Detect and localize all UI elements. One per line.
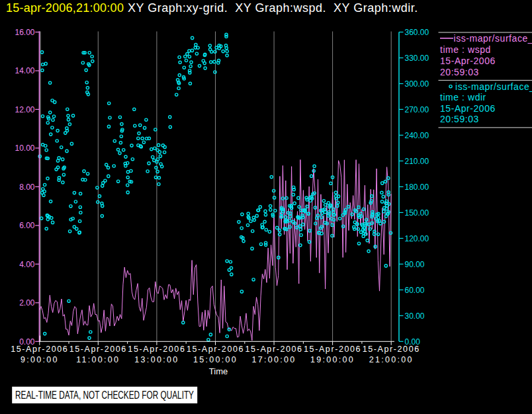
svg-text:14.00: 14.00 xyxy=(15,66,34,75)
svg-text:15-Apr-2006: 15-Apr-2006 xyxy=(128,345,185,354)
svg-text:90.00: 90.00 xyxy=(405,260,425,269)
svg-text:15-Apr-2006: 15-Apr-2006 xyxy=(304,345,361,354)
svg-text:8.00: 8.00 xyxy=(19,183,35,192)
svg-text:4.00: 4.00 xyxy=(19,260,35,269)
svg-text:12.00: 12.00 xyxy=(15,105,34,114)
svg-text:19:00:00: 19:00:00 xyxy=(310,355,355,364)
svg-text:210.00: 210.00 xyxy=(405,157,429,166)
svg-text:16.00: 16.00 xyxy=(15,28,34,37)
svg-text:9:00:00: 9:00:00 xyxy=(21,355,59,364)
svg-text:60.00: 60.00 xyxy=(405,286,425,295)
svg-text:2.00: 2.00 xyxy=(19,298,35,308)
svg-text:300.00: 300.00 xyxy=(405,79,429,89)
svg-text:15-Apr-2006: 15-Apr-2006 xyxy=(11,345,68,354)
svg-text:30.00: 30.00 xyxy=(405,311,425,321)
svg-text:20:59:03: 20:59:03 xyxy=(440,67,479,77)
svg-text:270.00: 270.00 xyxy=(405,105,429,114)
svg-text:330.00: 330.00 xyxy=(405,54,429,63)
svg-text:21:00:00: 21:00:00 xyxy=(369,355,414,364)
svg-text:10.00: 10.00 xyxy=(15,144,34,153)
svg-text:15-Apr-2006: 15-Apr-2006 xyxy=(69,345,127,354)
svg-text:150.00: 150.00 xyxy=(405,208,429,218)
svg-text:15-Apr-2006: 15-Apr-2006 xyxy=(440,56,496,66)
svg-text:13:00:00: 13:00:00 xyxy=(134,355,179,364)
svg-text:time : wdir: time : wdir xyxy=(440,92,486,103)
svg-text:240.00: 240.00 xyxy=(405,131,429,140)
svg-text:15:00:00: 15:00:00 xyxy=(193,355,238,364)
svg-text:360.00: 360.00 xyxy=(405,28,429,37)
svg-text:Time: Time xyxy=(209,366,228,376)
svg-text:iss-mapr/surface_met: iss-mapr/surface_met xyxy=(455,81,532,92)
svg-text:iss-mapr/surface_met: iss-mapr/surface_met xyxy=(454,33,532,44)
svg-text:17:00:00: 17:00:00 xyxy=(252,355,296,364)
svg-text:REAL-TIME DATA, NOT CHECKED FO: REAL-TIME DATA, NOT CHECKED FOR QUALITY xyxy=(15,389,194,401)
svg-text:15-Apr-2006: 15-Apr-2006 xyxy=(440,103,496,114)
svg-text:15-Apr-2006: 15-Apr-2006 xyxy=(245,345,303,354)
svg-text:15-apr-2006,21:00:00XY Graph:x: 15-apr-2006,21:00:00XY Graph:xy-grid. XY… xyxy=(6,1,418,15)
svg-text:time : wspd: time : wspd xyxy=(440,44,491,55)
svg-text:11:00:00: 11:00:00 xyxy=(76,355,120,364)
svg-text:20:59:03: 20:59:03 xyxy=(440,114,479,124)
svg-text:120.00: 120.00 xyxy=(405,234,429,243)
svg-text:15-Apr-2006: 15-Apr-2006 xyxy=(187,345,244,354)
svg-text:180.00: 180.00 xyxy=(405,183,429,192)
svg-text:15-Apr-2006: 15-Apr-2006 xyxy=(363,345,420,354)
svg-text:6.00: 6.00 xyxy=(19,221,35,230)
